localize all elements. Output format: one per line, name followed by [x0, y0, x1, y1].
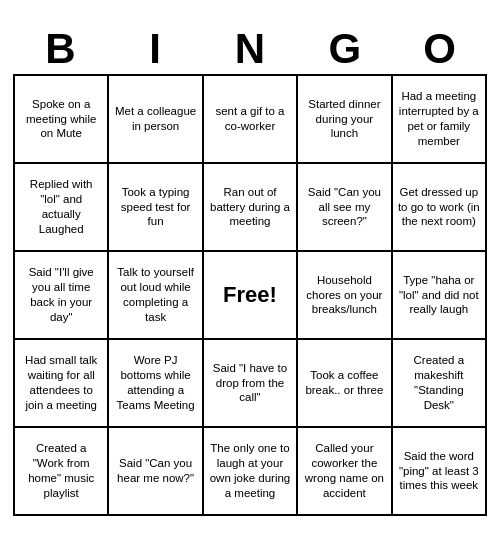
bingo-cell-22[interactable]: The only one to laugh at your own joke d… — [204, 428, 298, 516]
bingo-cell-11[interactable]: Talk to yourself out loud while completi… — [109, 252, 203, 340]
bingo-cell-3[interactable]: Started dinner during your lunch — [298, 76, 392, 164]
bingo-cell-16[interactable]: Wore PJ bottoms while attending a Teams … — [109, 340, 203, 428]
header-i: I — [110, 28, 200, 70]
bingo-cell-5[interactable]: Replied with "lol" and actually Laughed — [15, 164, 109, 252]
bingo-cell-7[interactable]: Ran out of battery during a meeting — [204, 164, 298, 252]
bingo-card: B I N G O Spoke on a meeting while on Mu… — [5, 20, 495, 524]
bingo-cell-18[interactable]: Took a coffee break.. or three — [298, 340, 392, 428]
bingo-cell-17[interactable]: Said "I have to drop from the call" — [204, 340, 298, 428]
bingo-cell-13[interactable]: Household chores on your breaks/lunch — [298, 252, 392, 340]
bingo-cell-6[interactable]: Took a typing speed test for fun — [109, 164, 203, 252]
bingo-grid: Spoke on a meeting while on MuteMet a co… — [13, 74, 487, 516]
bingo-cell-12[interactable]: Free! — [204, 252, 298, 340]
bingo-cell-4[interactable]: Had a meeting interrupted by a pet or fa… — [393, 76, 487, 164]
bingo-cell-2[interactable]: sent a gif to a co-worker — [204, 76, 298, 164]
header-g: G — [300, 28, 390, 70]
bingo-cell-20[interactable]: Created a "Work from home" music playlis… — [15, 428, 109, 516]
header-o: O — [395, 28, 485, 70]
bingo-cell-19[interactable]: Created a makeshift "Standing Desk" — [393, 340, 487, 428]
bingo-cell-8[interactable]: Said "Can you all see my screen?" — [298, 164, 392, 252]
bingo-cell-1[interactable]: Met a colleague in person — [109, 76, 203, 164]
bingo-header: B I N G O — [13, 28, 487, 70]
bingo-cell-24[interactable]: Said the word "ping" at least 3 times th… — [393, 428, 487, 516]
bingo-cell-14[interactable]: Type "haha or "lol" and did not really l… — [393, 252, 487, 340]
bingo-cell-10[interactable]: Said "I'll give you all time back in you… — [15, 252, 109, 340]
bingo-cell-21[interactable]: Said "Can you hear me now?" — [109, 428, 203, 516]
header-b: B — [15, 28, 105, 70]
bingo-cell-9[interactable]: Get dressed up to go to work (in the nex… — [393, 164, 487, 252]
bingo-cell-0[interactable]: Spoke on a meeting while on Mute — [15, 76, 109, 164]
bingo-cell-15[interactable]: Had small talk waiting for all attendees… — [15, 340, 109, 428]
bingo-cell-23[interactable]: Called your coworker the wrong name on a… — [298, 428, 392, 516]
header-n: N — [205, 28, 295, 70]
